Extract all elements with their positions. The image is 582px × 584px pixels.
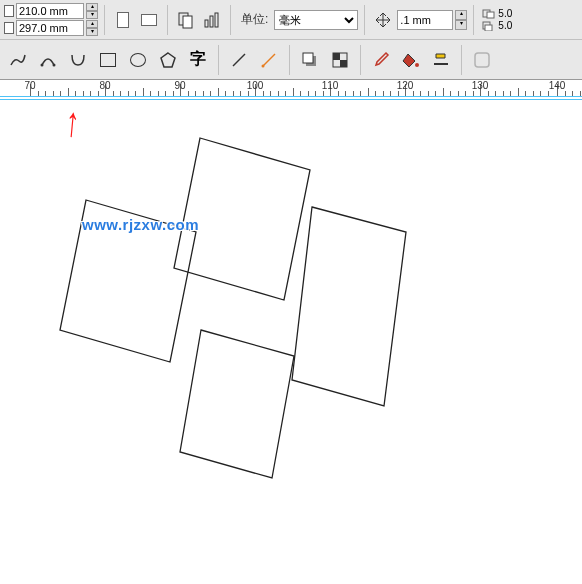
svg-rect-3 xyxy=(210,16,213,27)
page-height-input[interactable] xyxy=(16,20,84,36)
rectangle-tool[interactable] xyxy=(94,46,122,74)
text-tool[interactable]: 字 xyxy=(184,46,212,74)
page-width-icon xyxy=(4,5,14,17)
duplicate-distance-group: 5.0 5.0 xyxy=(482,8,512,31)
svg-point-10 xyxy=(53,63,56,66)
height-spinner[interactable]: ▴▾ xyxy=(86,20,98,36)
text-icon: 字 xyxy=(190,49,206,70)
svg-rect-4 xyxy=(215,13,218,27)
landscape-button[interactable] xyxy=(137,8,161,32)
dup-y-value: 5.0 xyxy=(498,20,512,31)
separator xyxy=(461,45,462,75)
transparency-tool[interactable] xyxy=(326,46,354,74)
separator xyxy=(218,45,219,75)
ellipse-icon xyxy=(130,53,146,67)
nudge-spinner[interactable]: ▴▾ xyxy=(455,10,467,30)
nudge-icon xyxy=(374,11,392,29)
outline-icon xyxy=(432,51,450,69)
shadow-tool[interactable] xyxy=(296,46,324,74)
eyedropper-icon xyxy=(372,51,390,69)
separator xyxy=(230,5,231,35)
dup-y-icon xyxy=(482,21,496,31)
svg-point-19 xyxy=(415,63,419,67)
svg-rect-2 xyxy=(205,20,208,27)
rectangle-icon xyxy=(100,53,116,67)
apply-all-pages-button[interactable] xyxy=(174,8,198,32)
svg-point-13 xyxy=(262,64,265,67)
drawing-canvas[interactable]: ↑ www.rjzxw.com xyxy=(0,100,582,584)
svg-rect-21 xyxy=(475,53,489,67)
separator xyxy=(167,5,168,35)
freehand-tool[interactable] xyxy=(4,46,32,74)
separator xyxy=(289,45,290,75)
page-width-input[interactable] xyxy=(16,3,84,19)
svg-rect-6 xyxy=(487,12,494,18)
svg-point-9 xyxy=(41,63,44,66)
portrait-button[interactable] xyxy=(111,8,135,32)
page-height-icon xyxy=(4,22,14,34)
svg-rect-8 xyxy=(485,25,492,31)
line-tool[interactable] xyxy=(225,46,253,74)
ellipse-tool[interactable] xyxy=(124,46,152,74)
curve-icon xyxy=(69,51,87,69)
bar-chart-icon xyxy=(203,11,221,29)
line-icon xyxy=(230,51,248,69)
horizontal-ruler[interactable]: 708090100110120130140 xyxy=(0,80,582,100)
svg-rect-18 xyxy=(340,60,347,67)
shadow-icon xyxy=(301,51,319,69)
transparency-icon xyxy=(331,51,349,69)
container-icon xyxy=(473,51,491,69)
pages-icon xyxy=(177,11,195,29)
shape-toolbar: 字 xyxy=(0,40,582,80)
dup-x-value: 5.0 xyxy=(498,8,512,19)
svg-marker-11 xyxy=(161,53,175,67)
polygon-tool[interactable] xyxy=(154,46,182,74)
svg-rect-17 xyxy=(333,53,340,60)
outline-tool[interactable] xyxy=(427,46,455,74)
smart-draw-tool[interactable] xyxy=(64,46,92,74)
width-spinner[interactable]: ▴▾ xyxy=(86,3,98,19)
bucket-icon xyxy=(402,51,420,69)
units-label: 单位: xyxy=(241,11,268,28)
svg-rect-15 xyxy=(303,53,313,63)
fill-tool[interactable] xyxy=(397,46,425,74)
svg-line-12 xyxy=(233,54,245,66)
nudge-icon-button xyxy=(371,8,395,32)
units-select[interactable]: 毫米 xyxy=(274,10,358,30)
eyedropper-tool[interactable] xyxy=(367,46,395,74)
container-tool[interactable] xyxy=(468,46,496,74)
dup-x-icon xyxy=(482,9,496,19)
separator xyxy=(360,45,361,75)
nudge-distance-input[interactable] xyxy=(397,10,453,30)
watermark-text: www.rjzxw.com xyxy=(82,216,199,233)
connector-icon xyxy=(260,51,278,69)
svg-rect-1 xyxy=(183,16,192,28)
polygon-icon xyxy=(160,52,176,68)
freehand-icon xyxy=(9,51,27,69)
separator xyxy=(473,5,474,35)
svg-marker-25 xyxy=(180,330,294,478)
apply-current-page-button[interactable] xyxy=(200,8,224,32)
separator xyxy=(104,5,105,35)
bezier-icon xyxy=(39,51,57,69)
canvas-shapes xyxy=(0,100,582,584)
connector-tool[interactable] xyxy=(255,46,283,74)
svg-marker-24 xyxy=(292,207,406,406)
page-size-group: ▴▾ ▴▾ xyxy=(4,3,98,36)
bezier-tool[interactable] xyxy=(34,46,62,74)
property-bar: ▴▾ ▴▾ 单位: 毫米 ▴▾ 5.0 5.0 xyxy=(0,0,582,40)
separator xyxy=(364,5,365,35)
